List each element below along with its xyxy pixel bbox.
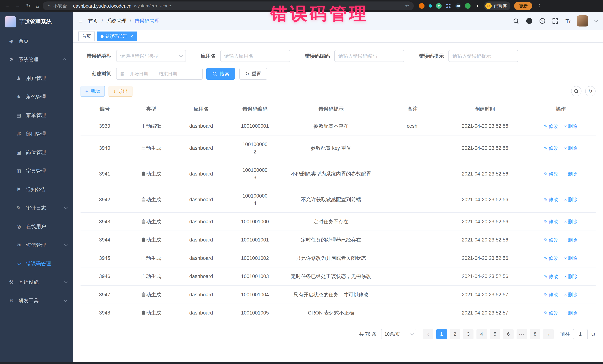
delete-link[interactable]: ×删除 [564, 170, 578, 177]
delete-link[interactable]: ×删除 [564, 236, 578, 244]
proxy-icon[interactable]: on [455, 3, 461, 9]
page-size-select[interactable]: 10条/页 [381, 329, 416, 339]
sidebar-item[interactable]: ⚛ 研发工具 [0, 291, 73, 310]
sidebar-item[interactable]: ⚙ 系统管理 [0, 50, 73, 69]
forward-icon[interactable]: → [15, 3, 20, 9]
prev-page-button[interactable]: ‹ [423, 329, 433, 339]
reset-button[interactable]: ↻ 重置 [239, 68, 267, 80]
jump-suffix: 页 [591, 331, 596, 337]
sidebar-item[interactable]: ▥ 字典管理 [0, 162, 73, 180]
delete-link[interactable]: ×删除 [564, 273, 578, 280]
refresh-table-button[interactable]: ↻ [585, 86, 596, 96]
sidebar-item[interactable]: ⚑ 通知公告 [0, 180, 73, 199]
edit-link[interactable]: ✎修改 [544, 123, 558, 130]
page-button[interactable]: ··· [517, 329, 527, 339]
kebab-menu-icon[interactable]: ⋮ [537, 3, 542, 9]
address-bar[interactable]: ⚠ 不安全 | dashboard.yudao.iocoder.cn/syste… [43, 1, 414, 10]
page-button[interactable]: 4 [476, 329, 487, 339]
app-name-input[interactable] [224, 53, 286, 59]
github-icon[interactable] [526, 18, 532, 24]
delete-link[interactable]: ×删除 [564, 144, 578, 152]
delete-link[interactable]: ×删除 [564, 123, 578, 130]
breadcrumb-item[interactable]: 首页 / [88, 18, 106, 24]
fullscreen-icon[interactable] [553, 18, 558, 24]
edit-icon: ✎ [544, 292, 547, 298]
profile-paused-badge[interactable]: ☺ 已暂停 [484, 1, 510, 10]
delete-link[interactable]: ×删除 [564, 196, 578, 203]
sidebar-item[interactable]: ✉ 短信管理 [0, 236, 73, 254]
chevron-down-icon [64, 206, 68, 209]
sidebar-item[interactable]: ▤ 菜单管理 [0, 106, 73, 124]
toggle-search-button[interactable] [571, 86, 581, 96]
delete-link[interactable]: ×删除 [564, 218, 578, 225]
export-button[interactable]: ↓ 导出 [109, 86, 132, 97]
sidebar-item[interactable]: ✎ 审计日志 [0, 199, 73, 217]
puzzle-icon[interactable]: + [475, 3, 480, 9]
page-button[interactable]: 1 [436, 329, 447, 339]
search-button[interactable]: 搜索 [206, 68, 235, 80]
record-icon[interactable] [419, 3, 425, 9]
sidebar-item[interactable]: ⌘ 部门管理 [0, 124, 73, 143]
page-button[interactable]: 2 [450, 329, 460, 339]
page-button[interactable]: 6 [503, 329, 514, 339]
breadcrumb-item[interactable]: 系统管理 / [106, 18, 135, 24]
edit-link[interactable]: ✎修改 [544, 170, 558, 177]
sidebar-item[interactable]: ♞ 角色管理 [0, 88, 73, 106]
edit-link[interactable]: ✎修改 [544, 236, 558, 244]
sidebar-item[interactable]: ♟ 用户管理 [0, 69, 73, 88]
app-logo[interactable]: 芋道管理系统 [0, 12, 73, 32]
error-hint-input[interactable] [452, 53, 514, 59]
help-icon[interactable]: ? [540, 18, 545, 24]
edit-link[interactable]: ✎修改 [544, 309, 558, 317]
grid-icon[interactable] [446, 3, 451, 9]
edit-link[interactable]: ✎修改 [544, 255, 558, 262]
delete-link[interactable]: ×删除 [564, 291, 578, 298]
error-code-input[interactable] [338, 53, 400, 59]
add-button[interactable]: + 新增 [81, 86, 105, 97]
cell-remark [381, 169, 444, 179]
breadcrumb-label[interactable]: 错误码管理 [135, 18, 160, 24]
edit-link[interactable]: ✎修改 [544, 144, 558, 152]
audit-log-icon: ✎ [16, 205, 22, 211]
back-icon[interactable]: ← [4, 3, 10, 9]
edit-link[interactable]: ✎修改 [544, 291, 558, 298]
next-page-button[interactable]: › [543, 329, 554, 339]
reload-icon[interactable]: ↻ [26, 3, 30, 9]
delete-link[interactable]: ×删除 [564, 255, 578, 262]
type-select[interactable]: 请选择错误码类型 [116, 50, 186, 62]
green-extension-icon[interactable] [465, 3, 471, 9]
font-size-icon[interactable]: T [566, 18, 571, 24]
sidebar-item-label: 字典管理 [26, 167, 46, 174]
date-range-picker[interactable]: ▦ 开始日期 - 结束日期 [116, 68, 203, 80]
breadcrumb-label[interactable]: 首页 [88, 18, 98, 24]
page-jump-input[interactable] [573, 329, 588, 339]
edit-link[interactable]: ✎修改 [544, 273, 558, 280]
edit-link[interactable]: ✎修改 [544, 218, 558, 225]
hamburger-icon[interactable]: ≡ [79, 17, 83, 25]
page-button[interactable]: 3 [463, 329, 474, 339]
edit-icon: ✎ [544, 255, 547, 262]
edit-link[interactable]: ✎修改 [544, 196, 558, 203]
vue-devtools-icon[interactable]: V [436, 3, 441, 9]
delete-link[interactable]: ×删除 [564, 309, 578, 317]
tab[interactable]: 错误码管理 × [97, 32, 137, 41]
browser-update-button[interactable]: 更新 [514, 2, 532, 10]
tab[interactable]: 首页 [78, 32, 95, 41]
star-icon[interactable]: ☆ [405, 3, 409, 9]
sidebar-item[interactable]: ◉ 首页 [0, 32, 73, 50]
close-icon[interactable]: × [130, 34, 133, 39]
breadcrumb-item[interactable]: 错误码管理 / [135, 18, 160, 24]
search-icon[interactable] [513, 18, 519, 24]
online-user-icon: ◎ [16, 224, 22, 230]
user-avatar[interactable] [577, 15, 588, 26]
teal-dot-icon[interactable] [429, 4, 432, 8]
sidebar-item[interactable]: ▣ 岗位管理 [0, 143, 73, 162]
avatar-caret-icon[interactable] [594, 19, 598, 22]
sidebar-item[interactable]: </> 错误码管理 [0, 254, 73, 273]
page-button[interactable]: 8 [530, 329, 540, 339]
page-button[interactable]: 5 [490, 329, 500, 339]
sidebar-item[interactable]: ⚒ 基础设施 [0, 273, 73, 291]
breadcrumb-label[interactable]: 系统管理 [106, 18, 126, 24]
sidebar-item[interactable]: ◎ 在线用户 [0, 217, 73, 236]
browser-home-icon[interactable]: ⌂ [36, 3, 39, 9]
